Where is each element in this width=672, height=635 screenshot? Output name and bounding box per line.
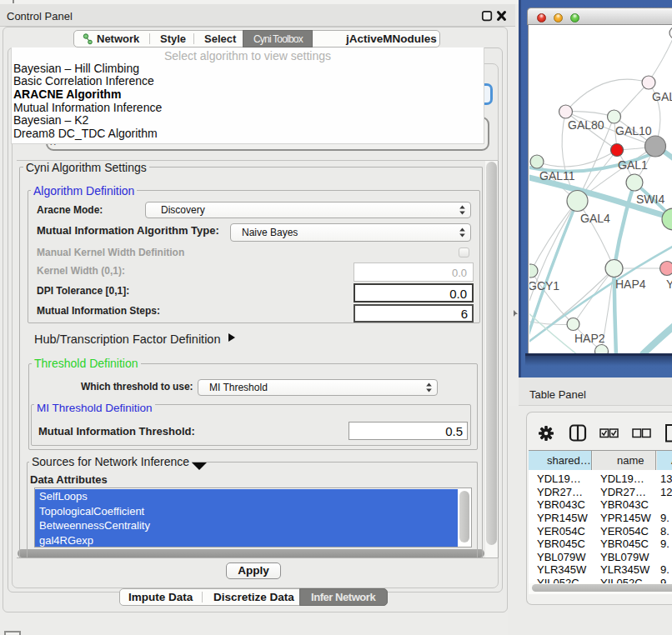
- svg-text:GAL7: GAL7: [652, 90, 672, 103]
- svg-text:HAP4: HAP4: [615, 278, 646, 291]
- svg-text:SWI4: SWI4: [636, 192, 664, 206]
- svg-text:Y: Y: [666, 278, 672, 291]
- svg-text:GAL1: GAL1: [618, 158, 648, 172]
- svg-text:GAL10: GAL10: [615, 124, 652, 138]
- svg-text:GCY1: GCY1: [529, 279, 559, 292]
- svg-text:HAP2: HAP2: [574, 332, 605, 345]
- svg-text:GAL80: GAL80: [568, 118, 604, 132]
- svg-text:GAL11: GAL11: [539, 169, 575, 182]
- svg-text:GAL4: GAL4: [580, 212, 610, 225]
